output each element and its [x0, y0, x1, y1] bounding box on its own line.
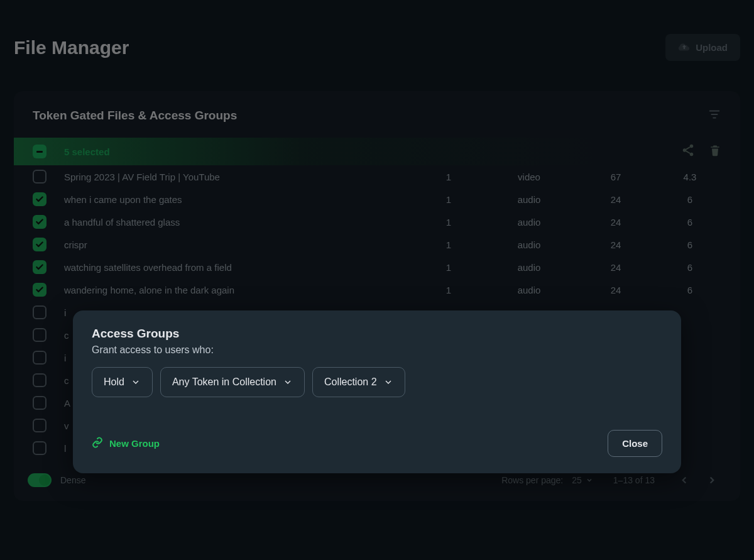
link-icon [92, 437, 103, 450]
chevron-down-icon [131, 377, 141, 387]
new-group-button[interactable]: New Group [92, 437, 160, 450]
modal-backdrop[interactable] [0, 0, 754, 560]
new-group-label: New Group [109, 438, 160, 449]
condition-collection-select[interactable]: Collection 2 [312, 367, 405, 397]
chevron-down-icon [383, 377, 393, 387]
close-button[interactable]: Close [608, 430, 662, 457]
condition-scope-value: Any Token in Collection [172, 376, 276, 388]
condition-collection-value: Collection 2 [324, 376, 377, 388]
dialog-subtitle: Grant access to users who: [92, 344, 662, 356]
condition-verb-select[interactable]: Hold [92, 367, 153, 397]
dialog-title: Access Groups [92, 327, 662, 341]
chevron-down-icon [283, 377, 293, 387]
condition-verb-value: Hold [104, 376, 124, 388]
access-groups-dialog: Access Groups Grant access to users who:… [73, 310, 681, 473]
condition-scope-select[interactable]: Any Token in Collection [160, 367, 305, 397]
